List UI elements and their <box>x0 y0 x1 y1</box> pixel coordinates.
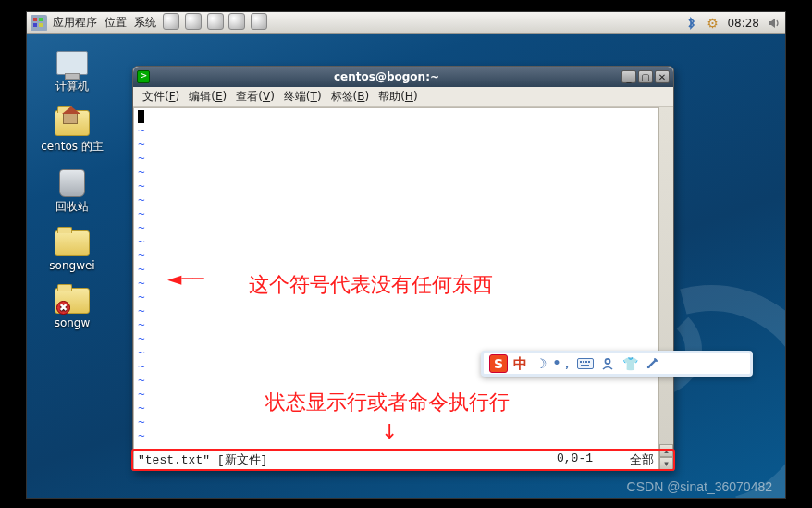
desktop-icon-folder[interactable]: songwei <box>31 228 114 272</box>
menu-terminal[interactable]: 终端(T) <box>280 87 326 106</box>
svg-rect-1 <box>580 361 582 363</box>
svg-rect-2 <box>583 361 584 363</box>
panel-menu-system[interactable]: 系统 <box>132 15 158 31</box>
panel-clock[interactable]: 08:28 <box>725 17 761 30</box>
ime-moon-icon[interactable]: ☽ <box>533 355 549 372</box>
launcher-icon[interactable] <box>251 13 267 30</box>
watermark-text: CSDN @sinat_36070482 <box>627 479 772 494</box>
launcher-icon[interactable] <box>207 13 224 30</box>
bluetooth-icon[interactable] <box>684 16 699 31</box>
window-title: centos@bogon:~ <box>154 70 620 83</box>
svg-point-6 <box>605 359 609 364</box>
menu-file[interactable]: 文件(F) <box>139 87 183 106</box>
scrollbar-track[interactable] <box>659 107 673 444</box>
annotation-arrow-icon: ◄── <box>167 267 203 290</box>
ime-softkeyboard-icon[interactable] <box>577 355 594 372</box>
desktop-icon-label: songw <box>55 316 91 329</box>
folder-icon <box>55 230 90 256</box>
panel-menu-places[interactable]: 位置 <box>103 15 129 31</box>
menu-view[interactable]: 查看(V) <box>232 87 278 106</box>
home-badge-icon <box>63 113 78 124</box>
ime-settings-icon[interactable] <box>644 355 660 372</box>
launcher-icon[interactable] <box>228 13 245 30</box>
ime-skin-icon[interactable]: 👕 <box>621 355 638 372</box>
panel-launchers[interactable] <box>162 13 268 32</box>
terminal-menubar: 文件(F) 编辑(E) 查看(V) 终端(T) 标签(B) 帮助(H) <box>133 87 673 107</box>
ime-mode-label[interactable]: 中 <box>513 355 527 373</box>
menu-tabs[interactable]: 标签(B) <box>327 87 374 106</box>
ime-punct-icon[interactable]: •， <box>555 355 572 372</box>
desktop-icon-trash[interactable]: 回收站 <box>31 167 114 215</box>
svg-rect-0 <box>578 359 594 369</box>
launcher-icon[interactable] <box>185 13 202 30</box>
network-icon[interactable]: ⚙ <box>705 16 720 31</box>
desktop-icons: 计算机 centos 的主 回收站 songwei ✖ songw <box>31 47 114 329</box>
svg-rect-4 <box>588 361 590 363</box>
error-badge-icon: ✖ <box>56 301 70 315</box>
annotation-arrow-icon: ↓ <box>381 420 398 443</box>
minimize-button[interactable]: _ <box>621 70 636 83</box>
ime-user-icon[interactable] <box>599 355 616 372</box>
panel-menu-applications[interactable]: 应用程序 <box>51 15 99 31</box>
desktop-icon-label: centos 的主 <box>41 139 104 155</box>
svg-rect-3 <box>585 361 587 363</box>
close-button[interactable]: ✕ <box>655 70 670 83</box>
annotation-note-statusline: 状态显示行或者命令执行行 <box>265 389 510 416</box>
desktop-icon-label: 回收站 <box>55 199 89 215</box>
desktop-icon-label: songwei <box>49 259 94 272</box>
maximize-button[interactable]: ▢ <box>638 70 653 83</box>
text-cursor <box>138 110 144 123</box>
terminal-icon <box>137 70 150 83</box>
svg-point-7 <box>647 366 650 368</box>
desktop-icon-home[interactable]: centos 的主 <box>31 107 114 155</box>
ime-toolbar[interactable]: S 中 ☽ •， 👕 <box>481 351 753 377</box>
window-titlebar[interactable]: centos@bogon:~ _ ▢ ✕ <box>133 67 673 87</box>
terminal-scrollbar[interactable]: ▴ ▾ <box>658 107 673 470</box>
svg-rect-5 <box>581 365 589 366</box>
ime-logo-icon[interactable]: S <box>489 354 508 373</box>
annotation-highlight-box <box>131 449 675 471</box>
desktop-icon-folder[interactable]: ✖ songw <box>31 285 114 329</box>
volume-icon[interactable] <box>767 16 781 31</box>
launcher-icon[interactable] <box>163 13 179 30</box>
desktop-icon-label: 计算机 <box>55 79 89 94</box>
menu-help[interactable]: 帮助(H) <box>375 87 421 106</box>
gnome-top-panel: 应用程序 位置 系统 ⚙ 08:28 <box>27 12 785 34</box>
annotation-note-tilde: 这个符号代表没有任何东西 <box>249 271 493 299</box>
distro-logo-icon[interactable] <box>31 15 47 31</box>
screenshot-frame: 应用程序 位置 系统 ⚙ 08:28 计算机 <box>26 11 786 499</box>
computer-icon <box>56 51 88 75</box>
menu-edit[interactable]: 编辑(E) <box>185 87 230 106</box>
desktop-icon-computer[interactable]: 计算机 <box>31 47 114 94</box>
trash-icon <box>59 169 85 197</box>
